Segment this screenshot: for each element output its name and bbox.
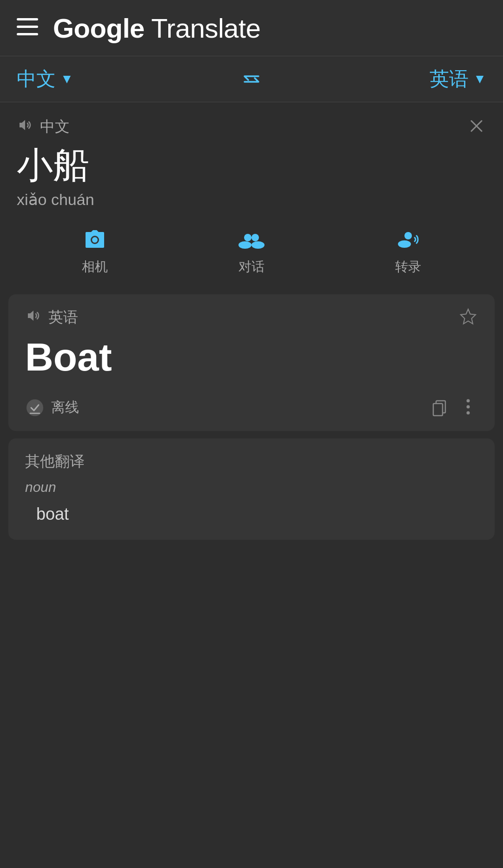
svg-point-10 <box>398 240 411 248</box>
conversation-label: 对话 <box>238 258 265 276</box>
menu-icon <box>17 18 38 36</box>
svg-rect-0 <box>17 18 38 20</box>
source-lang-display: 中文 <box>17 117 70 137</box>
source-language-label: 中文 <box>17 66 56 92</box>
svg-point-15 <box>467 405 470 409</box>
app-title: Google Translate <box>53 13 260 44</box>
result-area: 英语 Boat 离线 <box>8 294 495 431</box>
source-text: 小船 <box>17 146 486 186</box>
svg-rect-2 <box>17 33 38 35</box>
conversation-button[interactable]: 对话 <box>173 227 330 276</box>
swap-languages-button[interactable] <box>240 69 263 89</box>
transcribe-button[interactable]: 转录 <box>330 227 486 276</box>
other-translations-title: 其他翻译 <box>25 451 478 472</box>
source-language-text: 中文 <box>40 117 70 137</box>
action-row: 相机 对话 转录 <box>17 220 486 285</box>
copy-icon <box>430 397 449 417</box>
other-translations-section: 其他翻译 noun boat <box>8 438 495 540</box>
camera-icon <box>82 227 108 252</box>
translation-item[interactable]: boat <box>25 502 478 527</box>
result-text: Boat <box>25 336 478 378</box>
source-header: 中文 <box>17 116 486 137</box>
result-footer: 离线 <box>25 397 478 418</box>
svg-point-8 <box>252 241 265 249</box>
transcribe-label: 转录 <box>395 258 421 276</box>
source-volume-button[interactable] <box>17 117 33 137</box>
transcribe-icon <box>395 227 421 252</box>
offline-icon <box>25 398 45 417</box>
favorite-button[interactable] <box>458 307 478 328</box>
svg-rect-1 <box>17 26 38 28</box>
svg-point-7 <box>238 241 252 249</box>
bottom-area <box>0 547 503 733</box>
app-header: Google Translate <box>0 0 503 56</box>
swap-icon <box>240 69 263 89</box>
source-romanization: xiǎo chuán <box>17 190 486 209</box>
svg-point-6 <box>252 234 259 241</box>
more-options-button[interactable] <box>458 397 478 418</box>
svg-point-16 <box>467 411 470 415</box>
more-options-icon <box>458 397 478 417</box>
target-language-label: 英语 <box>430 66 469 92</box>
source-language-selector[interactable]: 中文 ▼ <box>17 66 73 92</box>
offline-indicator: 离线 <box>25 398 79 417</box>
result-actions <box>430 397 478 418</box>
svg-rect-13 <box>433 404 443 416</box>
svg-point-14 <box>467 399 470 403</box>
clear-button[interactable] <box>467 116 486 137</box>
close-icon <box>467 116 486 136</box>
source-language-arrow: ▼ <box>60 72 73 86</box>
part-of-speech-label: noun <box>25 479 478 495</box>
language-bar: 中文 ▼ 英语 ▼ <box>0 56 503 102</box>
result-lang-display: 英语 <box>25 307 78 328</box>
offline-label: 离线 <box>51 398 79 417</box>
result-volume-button[interactable] <box>25 307 42 328</box>
result-language-text: 英语 <box>48 307 78 328</box>
result-volume-icon <box>25 307 42 324</box>
svg-point-5 <box>244 234 252 241</box>
camera-label: 相机 <box>82 258 108 276</box>
star-icon <box>458 307 478 327</box>
result-header: 英语 <box>25 307 478 328</box>
conversation-icon <box>238 227 265 252</box>
source-area: 中文 小船 xiǎo chuán 相机 对话 <box>0 102 503 294</box>
svg-point-9 <box>404 232 412 239</box>
menu-button[interactable] <box>17 18 38 38</box>
target-language-selector[interactable]: 英语 ▼ <box>430 66 486 92</box>
camera-button[interactable]: 相机 <box>17 227 173 276</box>
target-language-arrow: ▼ <box>473 72 486 86</box>
copy-button[interactable] <box>430 397 449 418</box>
volume-icon <box>17 117 33 133</box>
svg-point-4 <box>92 237 98 243</box>
